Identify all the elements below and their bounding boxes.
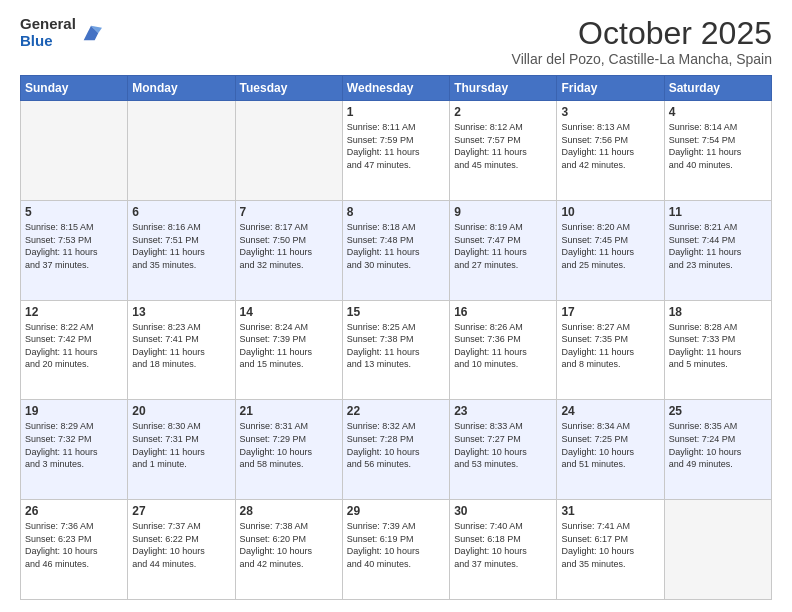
day-info: Sunrise: 8:16 AM Sunset: 7:51 PM Dayligh… bbox=[132, 221, 230, 271]
calendar-cell: 1Sunrise: 8:11 AM Sunset: 7:59 PM Daylig… bbox=[342, 101, 449, 201]
calendar-header-wednesday: Wednesday bbox=[342, 76, 449, 101]
day-number: 17 bbox=[561, 305, 659, 319]
day-number: 3 bbox=[561, 105, 659, 119]
day-info: Sunrise: 8:24 AM Sunset: 7:39 PM Dayligh… bbox=[240, 321, 338, 371]
day-info: Sunrise: 7:36 AM Sunset: 6:23 PM Dayligh… bbox=[25, 520, 123, 570]
day-number: 5 bbox=[25, 205, 123, 219]
day-number: 6 bbox=[132, 205, 230, 219]
calendar-cell: 4Sunrise: 8:14 AM Sunset: 7:54 PM Daylig… bbox=[664, 101, 771, 201]
day-number: 26 bbox=[25, 504, 123, 518]
day-number: 20 bbox=[132, 404, 230, 418]
calendar-cell: 12Sunrise: 8:22 AM Sunset: 7:42 PM Dayli… bbox=[21, 300, 128, 400]
day-info: Sunrise: 8:12 AM Sunset: 7:57 PM Dayligh… bbox=[454, 121, 552, 171]
calendar-cell: 28Sunrise: 7:38 AM Sunset: 6:20 PM Dayli… bbox=[235, 500, 342, 600]
calendar-cell: 5Sunrise: 8:15 AM Sunset: 7:53 PM Daylig… bbox=[21, 200, 128, 300]
calendar-header-saturday: Saturday bbox=[664, 76, 771, 101]
month-title: October 2025 bbox=[512, 16, 772, 51]
calendar-header-tuesday: Tuesday bbox=[235, 76, 342, 101]
calendar-cell: 14Sunrise: 8:24 AM Sunset: 7:39 PM Dayli… bbox=[235, 300, 342, 400]
calendar-cell: 9Sunrise: 8:19 AM Sunset: 7:47 PM Daylig… bbox=[450, 200, 557, 300]
day-info: Sunrise: 7:39 AM Sunset: 6:19 PM Dayligh… bbox=[347, 520, 445, 570]
calendar-cell: 17Sunrise: 8:27 AM Sunset: 7:35 PM Dayli… bbox=[557, 300, 664, 400]
calendar-cell: 3Sunrise: 8:13 AM Sunset: 7:56 PM Daylig… bbox=[557, 101, 664, 201]
day-info: Sunrise: 7:37 AM Sunset: 6:22 PM Dayligh… bbox=[132, 520, 230, 570]
day-info: Sunrise: 8:26 AM Sunset: 7:36 PM Dayligh… bbox=[454, 321, 552, 371]
calendar-cell: 16Sunrise: 8:26 AM Sunset: 7:36 PM Dayli… bbox=[450, 300, 557, 400]
day-info: Sunrise: 8:21 AM Sunset: 7:44 PM Dayligh… bbox=[669, 221, 767, 271]
calendar-cell: 6Sunrise: 8:16 AM Sunset: 7:51 PM Daylig… bbox=[128, 200, 235, 300]
logo-icon bbox=[80, 22, 102, 44]
day-number: 23 bbox=[454, 404, 552, 418]
day-info: Sunrise: 8:22 AM Sunset: 7:42 PM Dayligh… bbox=[25, 321, 123, 371]
day-number: 7 bbox=[240, 205, 338, 219]
calendar-cell: 20Sunrise: 8:30 AM Sunset: 7:31 PM Dayli… bbox=[128, 400, 235, 500]
logo: General Blue bbox=[20, 16, 102, 49]
day-number: 1 bbox=[347, 105, 445, 119]
calendar-table: SundayMondayTuesdayWednesdayThursdayFrid… bbox=[20, 75, 772, 600]
calendar-cell: 24Sunrise: 8:34 AM Sunset: 7:25 PM Dayli… bbox=[557, 400, 664, 500]
calendar-cell: 27Sunrise: 7:37 AM Sunset: 6:22 PM Dayli… bbox=[128, 500, 235, 600]
calendar-cell: 11Sunrise: 8:21 AM Sunset: 7:44 PM Dayli… bbox=[664, 200, 771, 300]
day-info: Sunrise: 8:32 AM Sunset: 7:28 PM Dayligh… bbox=[347, 420, 445, 470]
day-info: Sunrise: 8:15 AM Sunset: 7:53 PM Dayligh… bbox=[25, 221, 123, 271]
calendar-cell bbox=[235, 101, 342, 201]
day-number: 27 bbox=[132, 504, 230, 518]
day-number: 14 bbox=[240, 305, 338, 319]
calendar-header-thursday: Thursday bbox=[450, 76, 557, 101]
logo-blue: Blue bbox=[20, 33, 76, 50]
day-info: Sunrise: 8:14 AM Sunset: 7:54 PM Dayligh… bbox=[669, 121, 767, 171]
calendar-cell: 31Sunrise: 7:41 AM Sunset: 6:17 PM Dayli… bbox=[557, 500, 664, 600]
day-number: 31 bbox=[561, 504, 659, 518]
day-number: 8 bbox=[347, 205, 445, 219]
day-info: Sunrise: 8:31 AM Sunset: 7:29 PM Dayligh… bbox=[240, 420, 338, 470]
calendar-cell bbox=[21, 101, 128, 201]
day-info: Sunrise: 8:30 AM Sunset: 7:31 PM Dayligh… bbox=[132, 420, 230, 470]
calendar-cell: 26Sunrise: 7:36 AM Sunset: 6:23 PM Dayli… bbox=[21, 500, 128, 600]
day-number: 2 bbox=[454, 105, 552, 119]
day-number: 11 bbox=[669, 205, 767, 219]
calendar-cell: 29Sunrise: 7:39 AM Sunset: 6:19 PM Dayli… bbox=[342, 500, 449, 600]
day-number: 24 bbox=[561, 404, 659, 418]
day-info: Sunrise: 8:20 AM Sunset: 7:45 PM Dayligh… bbox=[561, 221, 659, 271]
day-number: 18 bbox=[669, 305, 767, 319]
day-info: Sunrise: 7:40 AM Sunset: 6:18 PM Dayligh… bbox=[454, 520, 552, 570]
subtitle: Villar del Pozo, Castille-La Mancha, Spa… bbox=[512, 51, 772, 67]
day-number: 4 bbox=[669, 105, 767, 119]
calendar-cell: 10Sunrise: 8:20 AM Sunset: 7:45 PM Dayli… bbox=[557, 200, 664, 300]
header: General Blue October 2025 Villar del Poz… bbox=[20, 16, 772, 67]
calendar-cell: 30Sunrise: 7:40 AM Sunset: 6:18 PM Dayli… bbox=[450, 500, 557, 600]
day-number: 22 bbox=[347, 404, 445, 418]
day-number: 19 bbox=[25, 404, 123, 418]
day-info: Sunrise: 8:23 AM Sunset: 7:41 PM Dayligh… bbox=[132, 321, 230, 371]
calendar-header-monday: Monday bbox=[128, 76, 235, 101]
day-number: 25 bbox=[669, 404, 767, 418]
calendar-cell: 2Sunrise: 8:12 AM Sunset: 7:57 PM Daylig… bbox=[450, 101, 557, 201]
day-number: 12 bbox=[25, 305, 123, 319]
calendar-cell bbox=[664, 500, 771, 600]
day-number: 21 bbox=[240, 404, 338, 418]
logo-general: General bbox=[20, 16, 76, 33]
day-info: Sunrise: 8:35 AM Sunset: 7:24 PM Dayligh… bbox=[669, 420, 767, 470]
day-number: 30 bbox=[454, 504, 552, 518]
day-number: 28 bbox=[240, 504, 338, 518]
day-info: Sunrise: 7:38 AM Sunset: 6:20 PM Dayligh… bbox=[240, 520, 338, 570]
calendar-cell: 19Sunrise: 8:29 AM Sunset: 7:32 PM Dayli… bbox=[21, 400, 128, 500]
day-info: Sunrise: 8:28 AM Sunset: 7:33 PM Dayligh… bbox=[669, 321, 767, 371]
calendar-cell: 7Sunrise: 8:17 AM Sunset: 7:50 PM Daylig… bbox=[235, 200, 342, 300]
calendar-cell: 13Sunrise: 8:23 AM Sunset: 7:41 PM Dayli… bbox=[128, 300, 235, 400]
calendar-cell: 18Sunrise: 8:28 AM Sunset: 7:33 PM Dayli… bbox=[664, 300, 771, 400]
day-number: 16 bbox=[454, 305, 552, 319]
day-number: 10 bbox=[561, 205, 659, 219]
day-info: Sunrise: 8:11 AM Sunset: 7:59 PM Dayligh… bbox=[347, 121, 445, 171]
day-info: Sunrise: 8:34 AM Sunset: 7:25 PM Dayligh… bbox=[561, 420, 659, 470]
day-info: Sunrise: 8:29 AM Sunset: 7:32 PM Dayligh… bbox=[25, 420, 123, 470]
day-info: Sunrise: 8:25 AM Sunset: 7:38 PM Dayligh… bbox=[347, 321, 445, 371]
page: General Blue October 2025 Villar del Poz… bbox=[0, 0, 792, 612]
day-info: Sunrise: 8:17 AM Sunset: 7:50 PM Dayligh… bbox=[240, 221, 338, 271]
calendar-cell: 25Sunrise: 8:35 AM Sunset: 7:24 PM Dayli… bbox=[664, 400, 771, 500]
calendar-cell bbox=[128, 101, 235, 201]
day-info: Sunrise: 8:13 AM Sunset: 7:56 PM Dayligh… bbox=[561, 121, 659, 171]
day-info: Sunrise: 8:19 AM Sunset: 7:47 PM Dayligh… bbox=[454, 221, 552, 271]
calendar-cell: 23Sunrise: 8:33 AM Sunset: 7:27 PM Dayli… bbox=[450, 400, 557, 500]
calendar-cell: 22Sunrise: 8:32 AM Sunset: 7:28 PM Dayli… bbox=[342, 400, 449, 500]
